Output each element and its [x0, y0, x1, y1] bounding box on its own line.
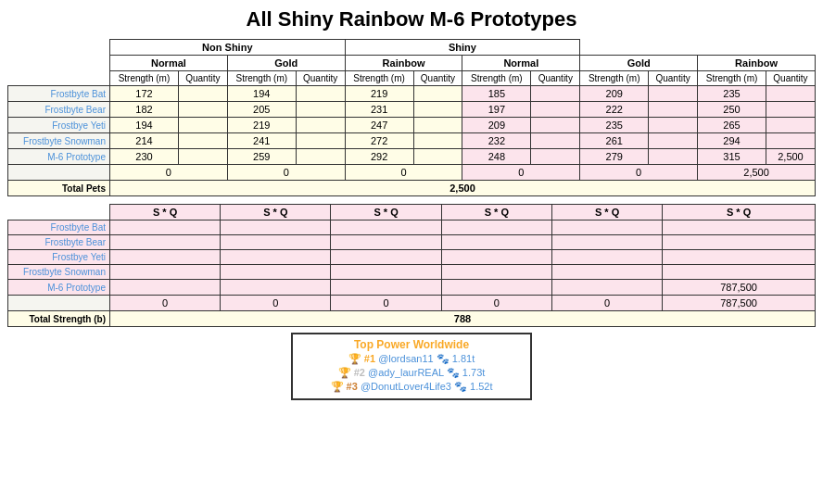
total-strength-row: Total Strength (b) 788 — [8, 311, 816, 327]
rank2-icon: 🏆 — [338, 367, 351, 378]
total-pets-row: Total Pets 2,500 — [8, 181, 816, 196]
rank3-user: @DonutLover4Life3 — [361, 381, 451, 392]
s-gold-header: Gold — [580, 56, 698, 71]
sq-s-rain-header: S * Q — [663, 205, 816, 220]
sq-row: Frostbyte Bear — [8, 235, 816, 250]
ns-normal-header: Normal — [110, 56, 228, 71]
table-row: Frostbyte Bat 172 194 219 185 209 235 — [8, 86, 816, 102]
non-shiny-header: Non Shiny — [110, 40, 346, 56]
ns-rainbow-header: Rainbow — [345, 56, 462, 71]
sq-table: S * Q S * Q S * Q S * Q S * Q S * Q Fros… — [7, 204, 816, 327]
sq-row: M-6 Prototype 787,500 — [8, 280, 816, 296]
rank2-icon2: 🐾 — [447, 367, 460, 378]
rank1-user: @lordsan11 — [378, 353, 433, 364]
rank1-icon: 🏆 — [348, 353, 361, 364]
ns-norm-q-header: Quantity — [178, 71, 227, 86]
rank1-score: 1.81t — [452, 353, 475, 364]
table-row: Frostbyte Snowman 214 241 272 232 261 29… — [8, 133, 816, 149]
leaderboard: Top Power Worldwide 🏆 #1 @lordsan11 🐾 1.… — [291, 333, 532, 400]
rank3-rank: #3 — [347, 381, 358, 392]
sq-ns-norm-header: S * Q — [110, 205, 221, 220]
shiny-header: Shiny — [345, 40, 580, 56]
leaderboard-entry-3: 🏆 #3 @DonutLover4Life3 🐾 1.52t — [300, 381, 523, 393]
rank2-score: 1.73t — [462, 367, 485, 378]
rank3-icon2: 🐾 — [454, 381, 467, 392]
rank3-icon: 🏆 — [331, 381, 344, 392]
sq-row: Frostbye Yeti — [8, 250, 816, 265]
sq-s-gold-header: S * Q — [551, 205, 662, 220]
rank2-rank: #2 — [354, 367, 365, 378]
leaderboard-entry-1: 🏆 #1 @lordsan11 🐾 1.81t — [300, 353, 523, 365]
totals-row: 0 0 0 0 0 2,500 — [8, 165, 816, 181]
table-row: M-6 Prototype 230 259 292 248 279 315 2,… — [8, 149, 816, 165]
sq-row: Frostbyte Bat — [8, 220, 816, 235]
main-table: Non Shiny Shiny Normal Gold Rainbow Norm… — [7, 39, 816, 196]
s-normal-header: Normal — [462, 56, 580, 71]
rank1-rank: #1 — [364, 353, 375, 364]
sq-row: Frostbyte Snowman — [8, 265, 816, 280]
table-row: Frostbyte Bear 182 205 231 197 222 250 — [8, 102, 816, 118]
s-rainbow-header: Rainbow — [698, 56, 816, 71]
sq-ns-gold-header: S * Q — [221, 205, 331, 220]
rank1-icon2: 🐾 — [437, 353, 449, 364]
sq-ns-rain-header: S * Q — [331, 205, 441, 220]
ns-gold-header: Gold — [227, 56, 345, 71]
leaderboard-title: Top Power Worldwide — [300, 338, 523, 351]
rank2-user: @ady_laurREAL — [368, 367, 444, 378]
rank3-score: 1.52t — [470, 381, 492, 392]
sq-s-norm-header: S * Q — [441, 205, 551, 220]
ns-norm-s-header: Strength (m) — [110, 71, 179, 86]
sq-totals-row: 0 0 0 0 0 787,500 — [8, 296, 816, 311]
table-row: Frostbye Yeti 194 219 247 209 235 265 — [8, 118, 816, 133]
leaderboard-entry-2: 🏆 #2 @ady_laurREAL 🐾 1.73t — [300, 367, 523, 379]
page-title: All Shiny Rainbow M-6 Prototypes — [7, 7, 816, 32]
